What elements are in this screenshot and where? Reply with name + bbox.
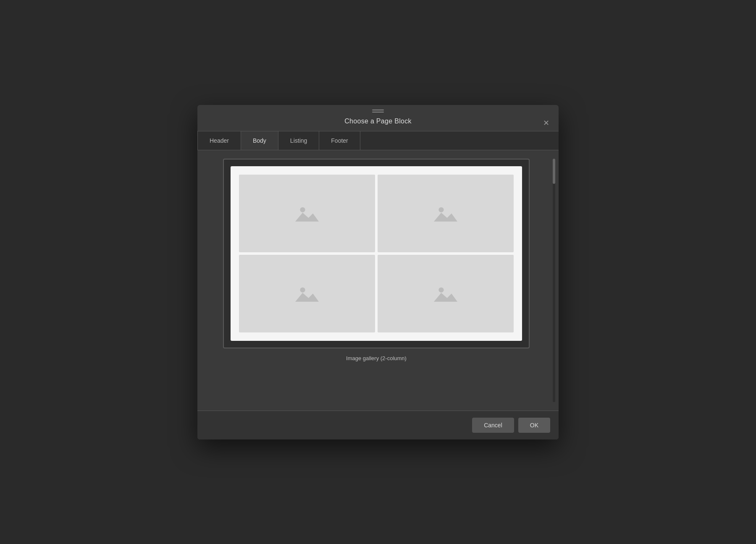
modal-body: Image gallery (2-column): [197, 150, 559, 411]
svg-point-0: [300, 207, 305, 212]
gallery-cell-2: [378, 175, 514, 252]
scrollbar-thumb[interactable]: [553, 159, 555, 184]
image-placeholder-icon-2: [431, 202, 460, 225]
svg-point-3: [438, 287, 444, 292]
block-content-area: Image gallery (2-column): [206, 159, 550, 402]
scrollbar-track[interactable]: [553, 159, 555, 402]
gallery-cell-1: [239, 175, 375, 252]
ok-button[interactable]: OK: [518, 418, 550, 433]
block-card-image-gallery[interactable]: [223, 159, 530, 348]
gallery-preview: [231, 166, 522, 341]
modal-footer: Cancel OK: [197, 411, 559, 439]
tab-footer[interactable]: Footer: [319, 131, 360, 150]
svg-point-2: [300, 287, 305, 292]
block-label: Image gallery (2-column): [346, 353, 407, 363]
tab-header-label: Header: [210, 137, 229, 144]
svg-point-1: [438, 207, 444, 212]
tab-header[interactable]: Header: [197, 131, 241, 150]
gallery-cell-3: [239, 255, 375, 332]
modal-header: Choose a Page Block ✕: [197, 115, 559, 131]
image-placeholder-icon-1: [292, 202, 322, 225]
modal-drag-handle[interactable]: [197, 105, 559, 115]
modal-title: Choose a Page Block: [344, 118, 412, 125]
image-placeholder-icon-4: [431, 282, 460, 305]
tab-listing[interactable]: Listing: [278, 131, 319, 150]
tab-listing-label: Listing: [290, 137, 307, 144]
close-icon: ✕: [543, 118, 549, 128]
image-placeholder-icon-3: [292, 282, 322, 305]
tab-body-label: Body: [253, 137, 266, 144]
drag-line-1: [372, 110, 384, 110]
tab-body[interactable]: Body: [241, 131, 278, 150]
drag-line-2: [372, 112, 384, 112]
tab-footer-label: Footer: [331, 137, 348, 144]
close-button[interactable]: ✕: [540, 117, 552, 129]
tabs-bar: Header Body Listing Footer: [197, 131, 559, 150]
modal-dialog: Choose a Page Block ✕ Header Body Listin…: [197, 105, 559, 439]
gallery-cell-4: [378, 255, 514, 332]
cancel-button[interactable]: Cancel: [472, 418, 514, 433]
drag-lines: [372, 109, 384, 113]
